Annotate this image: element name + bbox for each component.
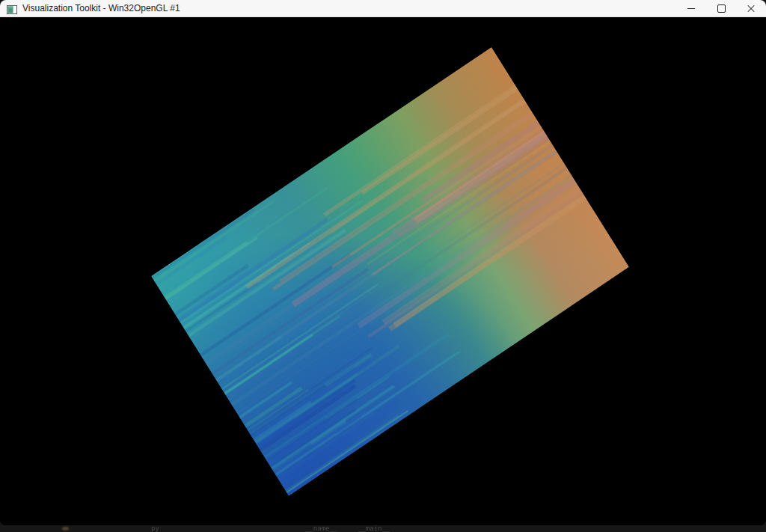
window-controls [676,0,766,16]
close-button[interactable] [736,0,766,16]
vtk-window: Visualization Toolkit - Win32OpenGL #1 [0,0,766,525]
background-code-fragment: __main__ [358,525,390,532]
background-code-fragment: __name__ [305,525,337,532]
minimize-icon [687,8,695,9]
surface-plane[interactable] [151,47,629,496]
close-icon [747,4,756,13]
maximize-icon [717,4,726,13]
window-title: Visualization Toolkit - Win32OpenGL #1 [22,3,180,13]
titlebar[interactable]: Visualization Toolkit - Win32OpenGL #1 [0,0,766,17]
vtk-app-icon [7,4,17,13]
background-window-strip: py __name__ __main__ [0,525,766,532]
background-code-fragment: py [151,525,159,532]
render-viewport[interactable] [0,17,766,525]
maximize-button[interactable] [706,0,736,16]
background-file-icon [62,527,69,531]
minimize-button[interactable] [676,0,706,16]
